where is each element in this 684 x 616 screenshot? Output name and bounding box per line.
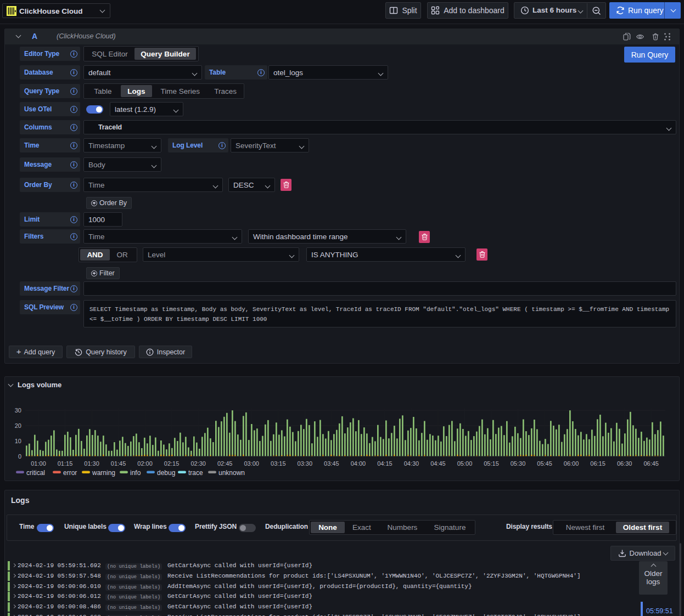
svg-text:02:15: 02:15: [164, 460, 180, 467]
svg-text:04:45: 04:45: [430, 460, 446, 467]
svg-text:02:00: 02:00: [137, 460, 153, 467]
svg-text:05:30: 05:30: [511, 460, 526, 467]
svg-text:01:30: 01:30: [84, 460, 99, 467]
svg-text:info: info: [130, 469, 141, 477]
svg-text:01:45: 01:45: [111, 460, 126, 467]
svg-text:20: 20: [15, 422, 21, 429]
svg-text:06:00: 06:00: [564, 460, 579, 467]
svg-text:02:45: 02:45: [217, 460, 233, 467]
svg-text:unknown: unknown: [218, 469, 245, 477]
svg-text:06:45: 06:45: [643, 460, 659, 467]
svg-text:error: error: [63, 469, 77, 477]
svg-text:01:15: 01:15: [58, 460, 73, 467]
svg-text:trace: trace: [188, 469, 203, 477]
svg-text:03:30: 03:30: [298, 460, 313, 467]
svg-text:06:30: 06:30: [617, 460, 632, 467]
svg-text:critical: critical: [26, 469, 45, 477]
svg-text:03:00: 03:00: [244, 460, 259, 467]
svg-text:05:45: 05:45: [537, 460, 552, 467]
svg-text:04:00: 04:00: [351, 460, 366, 467]
svg-text:03:45: 03:45: [324, 460, 339, 467]
svg-text:05:00: 05:00: [457, 460, 473, 467]
svg-text:debug: debug: [157, 469, 175, 477]
svg-text:warning: warning: [92, 469, 115, 477]
svg-text:05:15: 05:15: [484, 460, 499, 467]
svg-text:06:15: 06:15: [590, 460, 605, 467]
svg-text:04:15: 04:15: [377, 460, 393, 467]
svg-text:0: 0: [18, 453, 21, 460]
svg-text:03:15: 03:15: [271, 460, 286, 467]
svg-text:02:30: 02:30: [190, 460, 206, 467]
svg-text:01:00: 01:00: [31, 460, 46, 467]
svg-text:30: 30: [15, 407, 21, 414]
svg-text:04:30: 04:30: [404, 460, 419, 467]
svg-text:10: 10: [15, 438, 21, 444]
